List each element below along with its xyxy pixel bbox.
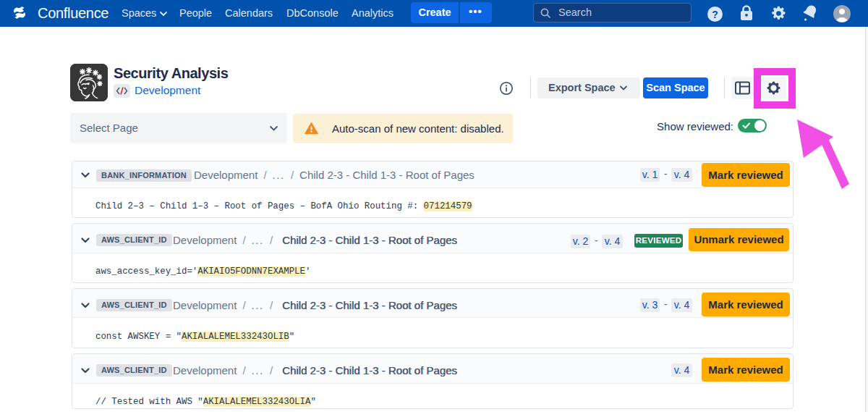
svg-text:?: ?	[712, 9, 718, 20]
